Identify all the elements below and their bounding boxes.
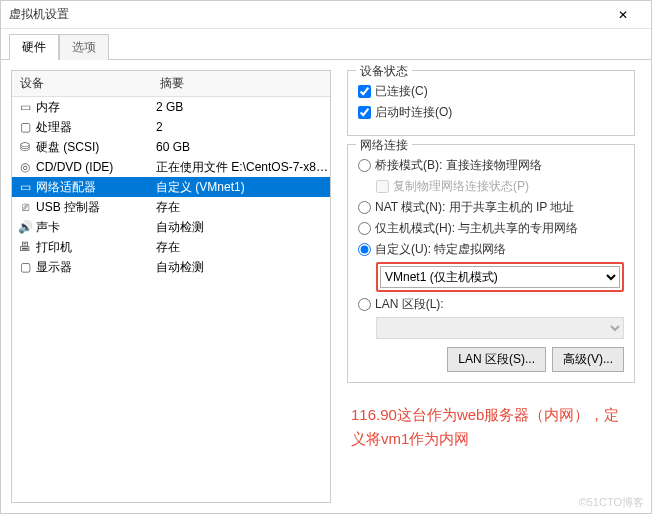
device-summary: 60 GB: [152, 140, 330, 154]
device-name: 内存: [34, 99, 152, 116]
device-row-8[interactable]: ▢显示器自动检测: [12, 257, 330, 277]
hostonly-radio[interactable]: 仅主机模式(H): 与主机共享的专用网络: [358, 220, 624, 237]
device-summary: 正在使用文件 E:\CentOS-7-x86...: [152, 159, 330, 176]
device-state-group: 设备状态 已连接(C) 启动时连接(O): [347, 70, 635, 136]
tab-options[interactable]: 选项: [59, 34, 109, 60]
device-summary: 2: [152, 120, 330, 134]
bridged-radio[interactable]: 桥接模式(B): 直接连接物理网络: [358, 157, 624, 174]
device-summary: 自动检测: [152, 219, 330, 236]
device-name: CD/DVD (IDE): [34, 160, 152, 174]
device-icon: ▢: [16, 119, 34, 135]
device-row-7[interactable]: 🖶打印机存在: [12, 237, 330, 257]
device-summary: 自动检测: [152, 259, 330, 276]
device-row-1[interactable]: ▢处理器2: [12, 117, 330, 137]
col-device: 设备: [12, 71, 152, 96]
device-icon: 🖶: [16, 239, 34, 255]
connect-startup-input[interactable]: [358, 106, 371, 119]
device-summary: 自定义 (VMnet1): [152, 179, 330, 196]
hardware-list: 设备 摘要 ▭内存2 GB▢处理器2⛁硬盘 (SCSI)60 GB◎CD/DVD…: [11, 70, 331, 503]
device-name: 处理器: [34, 119, 152, 136]
device-icon: 🔊: [16, 219, 34, 235]
col-summary: 摘要: [152, 71, 330, 96]
lan-input[interactable]: [358, 298, 371, 311]
device-row-5[interactable]: ⎚USB 控制器存在: [12, 197, 330, 217]
device-row-6[interactable]: 🔊声卡自动检测: [12, 217, 330, 237]
device-name: 网络适配器: [34, 179, 152, 196]
network-connection-title: 网络连接: [356, 137, 412, 154]
device-name: 打印机: [34, 239, 152, 256]
annotation-text: 116.90这台作为web服务器（内网），定义将vm1作为内网: [347, 403, 635, 451]
dialog-title: 虚拟机设置: [9, 6, 603, 23]
advanced-button[interactable]: 高级(V)...: [552, 347, 624, 372]
network-connection-group: 网络连接 桥接模式(B): 直接连接物理网络 复制物理网络连接状态(P) NAT…: [347, 144, 635, 383]
nat-radio[interactable]: NAT 模式(N): 用于共享主机的 IP 地址: [358, 199, 624, 216]
device-name: 硬盘 (SCSI): [34, 139, 152, 156]
custom-network-select[interactable]: VMnet1 (仅主机模式): [380, 266, 620, 288]
custom-input[interactable]: [358, 243, 371, 256]
close-icon[interactable]: ✕: [603, 1, 643, 29]
device-row-2[interactable]: ⛁硬盘 (SCSI)60 GB: [12, 137, 330, 157]
connected-input[interactable]: [358, 85, 371, 98]
watermark: ©51CTO博客: [579, 495, 644, 510]
device-icon: ▢: [16, 259, 34, 275]
bridged-input[interactable]: [358, 159, 371, 172]
device-summary: 存在: [152, 199, 330, 216]
device-row-3[interactable]: ◎CD/DVD (IDE)正在使用文件 E:\CentOS-7-x86...: [12, 157, 330, 177]
custom-radio[interactable]: 自定义(U): 特定虚拟网络: [358, 241, 624, 258]
device-row-4[interactable]: ▭网络适配器自定义 (VMnet1): [12, 177, 330, 197]
device-summary: 2 GB: [152, 100, 330, 114]
lan-segments-button[interactable]: LAN 区段(S)...: [447, 347, 546, 372]
connect-startup-checkbox[interactable]: 启动时连接(O): [358, 104, 624, 121]
device-name: 声卡: [34, 219, 152, 236]
replicate-checkbox: 复制物理网络连接状态(P): [376, 178, 624, 195]
device-icon: ◎: [16, 159, 34, 175]
tab-hardware[interactable]: 硬件: [9, 34, 59, 60]
lan-segment-select: [376, 317, 624, 339]
device-icon: ⛁: [16, 139, 34, 155]
lan-radio[interactable]: LAN 区段(L):: [358, 296, 624, 313]
device-name: USB 控制器: [34, 199, 152, 216]
device-icon: ⎚: [16, 199, 34, 215]
device-icon: ▭: [16, 179, 34, 195]
device-state-title: 设备状态: [356, 63, 412, 80]
nat-input[interactable]: [358, 201, 371, 214]
device-icon: ▭: [16, 99, 34, 115]
hostonly-input[interactable]: [358, 222, 371, 235]
replicate-input: [376, 180, 389, 193]
device-name: 显示器: [34, 259, 152, 276]
device-summary: 存在: [152, 239, 330, 256]
device-row-0[interactable]: ▭内存2 GB: [12, 97, 330, 117]
connected-checkbox[interactable]: 已连接(C): [358, 83, 624, 100]
